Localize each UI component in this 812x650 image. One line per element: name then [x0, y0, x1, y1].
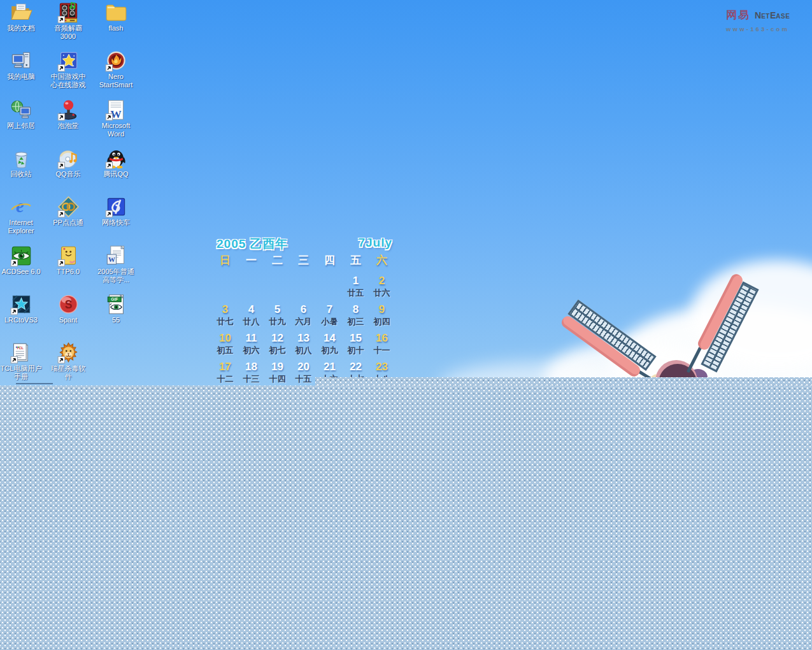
netease-logo-en-part: ET	[761, 13, 770, 20]
desktop-icon-audio-jieba-3000[interactable]: 音频解霸3000	[43, 1, 94, 41]
desktop: 网易 NETEASE www-163-com 2005 乙酉年 7July 日一…	[0, 0, 812, 650]
worddoc-icon	[105, 245, 127, 267]
desktop-icon-tencent-qq[interactable]: 腾讯QQ	[90, 147, 141, 178]
desktop-icon-my-documents[interactable]: 我的文档	[0, 1, 46, 32]
calendar-month-title: 7July	[358, 236, 392, 250]
calendar-day-number: 23	[369, 360, 395, 374]
desktop-icon-label-line: flash	[90, 24, 141, 32]
calendar-day: 1廿五	[343, 274, 369, 298]
calendar-day	[264, 274, 290, 298]
desktop-icon-wangluo-kuaiche[interactable]: 网络快车	[90, 196, 141, 227]
desktop-icon-word-doc-2005[interactable]: 2005年普通高等学...	[90, 245, 141, 284]
calendar-day-number: 9	[369, 303, 395, 317]
qqmusic-icon	[57, 147, 80, 170]
desktop-icon-label-line: 2005年普通	[90, 268, 141, 276]
calendar-day: 20十五	[290, 360, 317, 384]
calendar-day: 15初十	[343, 331, 369, 356]
desktop-icon-ttp-60[interactable]: TTP6.0	[43, 245, 94, 276]
calendar-day-lunar: 初四	[369, 317, 395, 327]
rising-icon	[57, 342, 80, 364]
calendar-day-lunar: 初十	[343, 345, 369, 356]
desktop-icon-label: InternetExplorer	[0, 219, 46, 235]
desktop-icon-my-computer[interactable]: 我的电脑	[0, 50, 46, 81]
desktop-icon-pp-diandiantong[interactable]: PP点点通	[43, 196, 94, 227]
calendar-day	[238, 274, 264, 298]
calendar-day: 2廿六	[369, 274, 395, 298]
desktop-icon-label: 网上邻居	[0, 122, 46, 130]
desktop-icon-label: MicrosoftWord	[90, 122, 141, 138]
desktop-icon-spant[interactable]: Spant	[43, 293, 94, 324]
desktop-icon-label-line: Spant	[43, 316, 94, 324]
desktop-icon-label-line: LRCtoVS3	[0, 316, 46, 324]
desktop-icon-qq-music[interactable]: QQ音乐	[43, 147, 94, 178]
calendar-day-number: 2	[369, 274, 395, 288]
calendar-day	[212, 274, 238, 298]
desktop-icon-recycle-bin[interactable]: 回收站	[0, 147, 46, 178]
desktop-icon-label-line: 高等学...	[90, 276, 141, 284]
audio-icon	[57, 1, 80, 24]
calendar-day-number: 22	[343, 360, 369, 374]
joystick-icon	[57, 99, 80, 121]
desktop-icon-acdsee-60[interactable]: ACDSee 6.0	[0, 245, 46, 276]
desktop-icon-tcl-manual[interactable]: TCL电脑用户手册	[0, 342, 46, 381]
desktop-icon-rising-antivirus[interactable]: 瑞星杀毒软件	[43, 342, 94, 381]
netease-logo-en-part: E	[770, 10, 776, 20]
calendar-week-row: 10初五11初六12初七13初八14初九15初十16十一	[212, 331, 395, 356]
qq-icon	[105, 147, 127, 170]
calendar-day: 4廿八	[238, 303, 264, 327]
netease-logo-cn: 网易	[726, 8, 750, 22]
calendar-day-lunar: 十五	[290, 374, 317, 384]
ttp-icon	[57, 245, 80, 267]
desktop-icon-label: QQ音乐	[43, 170, 94, 178]
calendar-day: 18十三	[238, 360, 264, 384]
desktop-icon-label: flash	[90, 24, 141, 32]
calendar-day: 17十二	[212, 360, 238, 384]
desktop-icon-label-line: 音频解霸	[43, 24, 94, 32]
folder-doc-icon	[10, 1, 32, 24]
desktop-icon-microsoft-word[interactable]: MicrosoftWord	[90, 99, 141, 138]
word-icon	[105, 99, 127, 121]
calendar-day: 16十一	[369, 331, 395, 356]
calendar-weekday: 五	[343, 253, 369, 268]
calendar-day-lunar: 十三	[238, 374, 264, 384]
calendar-day: 6六月	[290, 303, 317, 327]
gif55-icon	[105, 293, 127, 315]
desktop-icon-label-line: 55	[90, 316, 141, 324]
desktop-icon-label: TTP6.0	[43, 268, 94, 276]
calendar-day: 9初四	[369, 303, 395, 327]
desktop-icon-label: LRCtoVS3	[0, 316, 46, 324]
desktop-icon-nero-startsmart[interactable]: NeroStartSmart	[90, 50, 141, 89]
calendar-title-row: 2005 乙酉年 7July	[212, 236, 395, 251]
desktop-icon-lrctovs3[interactable]: LRCtoVS3	[0, 293, 46, 324]
calendar-day-number: 16	[369, 331, 395, 345]
calendar-day-number: 3	[212, 303, 238, 317]
calendar-day-lunar: 小暑	[317, 317, 343, 327]
calendar-day	[290, 274, 317, 298]
desktop-icon-label-line: 我的电脑	[0, 73, 46, 81]
spant-icon	[57, 293, 80, 315]
desktop-icon-gif-55[interactable]: 55	[90, 293, 141, 324]
desktop-icon-label-line: 瑞星杀毒软	[43, 365, 94, 373]
desktop-icon-label: 网络快车	[90, 219, 141, 227]
desktop-icon-label: PP点点通	[43, 219, 94, 227]
desktop-icon-label: 腾讯QQ	[90, 170, 141, 178]
calendar-week-row: 3廿七4廿八5廿九6六月7小暑8初三9初四	[212, 303, 395, 327]
netease-logo-en-part: N	[755, 10, 761, 20]
calendar-day-lunar: 十二	[212, 374, 238, 384]
calendar-day: 5廿九	[264, 303, 290, 327]
desktop-icon-label-line: 网络快车	[90, 219, 141, 227]
desktop-icon-label-line: Word	[90, 130, 141, 138]
desktop-icon-label-line: 泡泡堂	[43, 122, 94, 130]
calendar-day-number: 5	[264, 303, 290, 317]
desktop-icon-network-places[interactable]: 网上邻居	[0, 99, 46, 130]
desktop-icon-label-line: QQ音乐	[43, 170, 94, 178]
desktop-icon-paopaotang[interactable]: 泡泡堂	[43, 99, 94, 130]
desktop-icon-china-game-center[interactable]: 中国游戏中心在线游戏	[43, 50, 94, 89]
desktop-icon-flash-folder[interactable]: flash	[90, 1, 141, 32]
desktop-icon-label-line: TTP6.0	[43, 268, 94, 276]
desktop-icon-internet-explorer[interactable]: InternetExplorer	[0, 196, 46, 235]
recycle-icon	[10, 147, 32, 170]
desktop-icon-label-line: PP点点通	[43, 219, 94, 227]
calendar-weekday: 三	[290, 253, 317, 268]
desktop-icon-label-line: 心在线游戏	[43, 81, 94, 89]
